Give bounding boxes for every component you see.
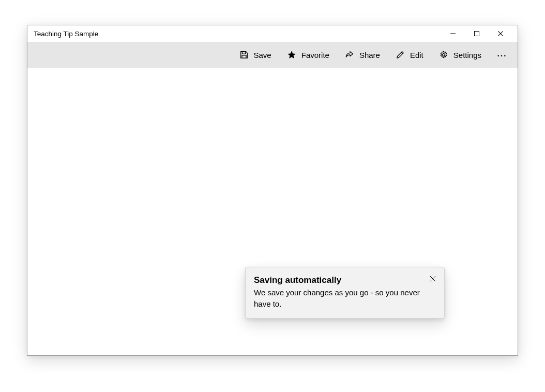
teaching-tip-subtitle: We save your changes as you go - so you … [254, 287, 436, 310]
teaching-tip-title: Saving automatically [254, 275, 436, 286]
edit-button[interactable]: Edit [388, 44, 431, 65]
maximize-icon [474, 30, 479, 38]
teaching-tip-close-button[interactable] [427, 273, 439, 285]
settings-label: Settings [453, 51, 481, 59]
more-icon [497, 50, 506, 59]
save-label: Save [254, 51, 271, 59]
svg-point-10 [504, 55, 506, 57]
share-icon [345, 50, 354, 59]
command-bar: Save Favorite Share Edit [27, 42, 518, 68]
window-title: Teaching Tip Sample [34, 30, 441, 38]
titlebar: Teaching Tip Sample [27, 25, 518, 42]
svg-point-7 [442, 54, 445, 56]
save-button[interactable]: Save [232, 44, 279, 65]
favorite-button[interactable]: Favorite [280, 44, 337, 65]
maximize-button[interactable] [465, 25, 489, 42]
share-button[interactable]: Share [338, 44, 387, 65]
save-icon [239, 50, 249, 59]
svg-line-6 [401, 52, 403, 54]
share-label: Share [359, 51, 380, 59]
star-icon [287, 50, 296, 59]
content-area: Saving automatically We save your change… [27, 68, 518, 355]
svg-point-8 [497, 55, 499, 57]
svg-rect-4 [242, 52, 245, 54]
window-controls [441, 25, 512, 42]
svg-rect-1 [475, 31, 479, 36]
minimize-icon [450, 30, 456, 38]
svg-rect-5 [241, 55, 246, 58]
minimize-button[interactable] [441, 25, 465, 42]
close-icon [498, 30, 503, 38]
app-window: Teaching Tip Sample [27, 25, 518, 356]
settings-button[interactable]: Settings [432, 44, 489, 65]
teaching-tip: Saving automatically We save your change… [245, 267, 445, 319]
close-window-button[interactable] [489, 25, 512, 42]
edit-label: Edit [410, 51, 423, 59]
svg-point-9 [501, 55, 503, 57]
favorite-label: Favorite [301, 51, 329, 59]
close-icon [430, 274, 435, 283]
more-button[interactable] [490, 44, 513, 65]
edit-icon [396, 50, 405, 59]
gear-icon [439, 50, 448, 59]
